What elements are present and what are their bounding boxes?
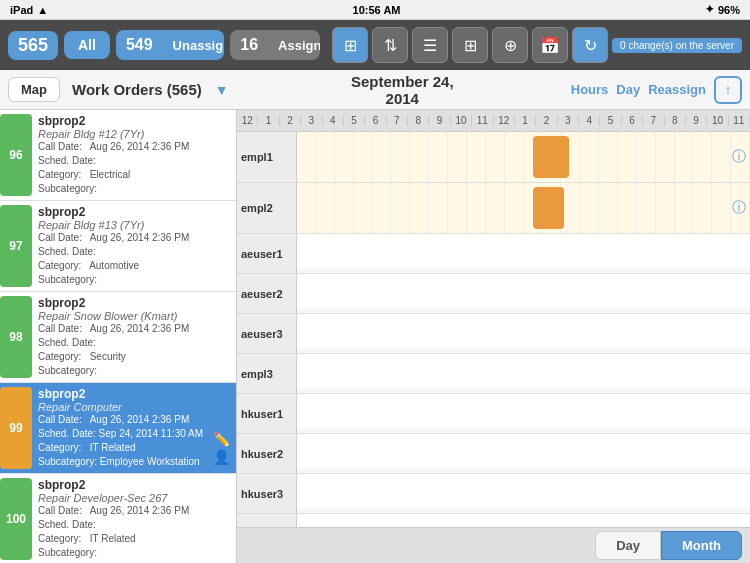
grid-view-button[interactable]: ⊞: [332, 27, 368, 63]
time-slot: 2: [280, 115, 301, 126]
wo-detail-97: Call Date: Aug 26, 2014 2:36 PM Sched. D…: [38, 231, 230, 287]
wo-detail-99: Call Date: Aug 26, 2014 2:36 PM Sched. D…: [38, 413, 213, 469]
resource-name-empl3: empl3: [237, 354, 297, 393]
add-button[interactable]: ⊞: [452, 27, 488, 63]
info-icon-empl1[interactable]: ⓘ: [732, 148, 746, 166]
timeline-aeuser1[interactable]: [297, 234, 750, 268]
timeline-aeuser2[interactable]: [297, 274, 750, 308]
reassign-button[interactable]: Reassign: [648, 82, 706, 97]
wo-subtitle-96: Repair Bldg #12 (7Yr): [38, 128, 230, 140]
schedule-body: empl1 ⓘ empl2 ⓘ aeuser1: [237, 132, 750, 527]
wo-title-100: sbprop2: [38, 478, 230, 492]
work-order-item-selected[interactable]: 99 sbprop2 Repair Computer Call Date: Au…: [0, 383, 236, 474]
hours-view-button[interactable]: Hours: [571, 82, 609, 97]
resource-row-empl3: empl3: [237, 354, 750, 394]
wo-subtitle-97: Repair Bldg #13 (7Yr): [38, 219, 230, 231]
unassigned-label: Unassigned: [163, 32, 225, 59]
wo-detail-98: Call Date: Aug 26, 2014 2:36 PM Sched. D…: [38, 322, 230, 378]
resource-name-hkuser1: hkuser1: [237, 394, 297, 433]
location-button[interactable]: ⊕: [492, 27, 528, 63]
work-order-item[interactable]: 97 sbprop2 Repair Bldg #13 (7Yr) Call Da…: [0, 201, 236, 292]
timeline-hkuser2[interactable]: [297, 434, 750, 468]
timeline-hkuser3[interactable]: [297, 474, 750, 508]
wo-info-96: sbprop2 Repair Bldg #12 (7Yr) Call Date:…: [38, 114, 230, 196]
time-display: 10:56 AM: [353, 4, 401, 16]
timeline-aeuser3[interactable]: [297, 314, 750, 348]
work-orders-title: Work Orders (565): [72, 81, 202, 98]
work-order-item[interactable]: 100 sbprop2 Repair Developer-Sec 267 Cal…: [0, 474, 236, 563]
work-orders-list: 96 sbprop2 Repair Bldg #12 (7Yr) Call Da…: [0, 110, 237, 563]
wo-number-98: 98: [0, 296, 32, 378]
wo-subtitle-99: Repair Computer: [38, 401, 213, 413]
time-header: 121234567891011121234567891011: [237, 110, 750, 132]
map-button[interactable]: Map: [8, 77, 60, 102]
wo-title-97: sbprop2: [38, 205, 230, 219]
wo-detail-100: Call Date: Aug 26, 2014 2:36 PM Sched. D…: [38, 504, 230, 560]
day-view-toggle[interactable]: Day: [595, 531, 661, 560]
toolbar-actions: ⊞ ⇅ ☰ ⊞ ⊕ 📅 ↻ 0 change(s) on the server: [332, 27, 742, 63]
server-message: 0 change(s) on the server: [612, 38, 742, 53]
total-count-badge[interactable]: 565: [8, 31, 58, 60]
battery-label: 96%: [718, 4, 740, 16]
bluetooth-icon: ✦: [705, 3, 714, 16]
date-label: September 24, 2014: [346, 73, 458, 107]
task-block-empl2[interactable]: [533, 187, 565, 229]
day-view-button[interactable]: Day: [616, 82, 640, 97]
main-toolbar: 565 All 549 Unassigned 16 Assigned ⊞ ⇅ ☰…: [0, 20, 750, 70]
time-slot: 12: [237, 115, 258, 126]
share-button[interactable]: ⇅: [372, 27, 408, 63]
wo-subtitle-98: Repair Snow Blower (Kmart): [38, 310, 230, 322]
time-slot: 9: [686, 115, 707, 126]
timeline-empl1[interactable]: ⓘ: [297, 132, 750, 182]
time-slot: 9: [429, 115, 450, 126]
wo-title-99: sbprop2: [38, 387, 213, 401]
wo-number-97: 97: [0, 205, 32, 287]
view-controls: Hours Day Reassign ↑: [571, 76, 742, 104]
status-bar-right: ✦ 96%: [705, 3, 740, 16]
wo-info-97: sbprop2 Repair Bldg #13 (7Yr) Call Date:…: [38, 205, 230, 287]
status-bar-left: iPad ▲: [10, 4, 48, 16]
edit-icon[interactable]: ✏️: [213, 431, 230, 447]
resource-row-hkuser2: hkuser2: [237, 434, 750, 474]
wo-number-96: 96: [0, 114, 32, 196]
timeline-empl3[interactable]: [297, 354, 750, 388]
time-slot: 8: [665, 115, 686, 126]
person-icon[interactable]: 👤: [213, 449, 230, 465]
unassigned-tab-group[interactable]: 549 Unassigned: [116, 30, 224, 60]
calendar-button[interactable]: 📅: [532, 27, 568, 63]
time-slot: 1: [515, 115, 536, 126]
timeline-empl2[interactable]: ⓘ: [297, 183, 750, 233]
time-slot: 3: [301, 115, 322, 126]
time-slot: 6: [622, 115, 643, 126]
resource-name-hkuser2: hkuser2: [237, 434, 297, 473]
resource-name-aeuser3: aeuser3: [237, 314, 297, 353]
resource-row-hkuser1: hkuser1: [237, 394, 750, 434]
wo-title-96: sbprop2: [38, 114, 230, 128]
filter-button[interactable]: ▼: [210, 78, 234, 102]
time-slot: 6: [365, 115, 386, 126]
time-slot: 5: [344, 115, 365, 126]
time-slot: 11: [472, 115, 493, 126]
month-view-toggle[interactable]: Month: [661, 531, 742, 560]
resource-row-aeuser3: aeuser3: [237, 314, 750, 354]
wifi-icon: ▲: [37, 4, 48, 16]
task-block-empl1[interactable]: [533, 136, 569, 178]
list-view-button[interactable]: ☰: [412, 27, 448, 63]
info-icon-empl2[interactable]: ⓘ: [732, 199, 746, 217]
export-button[interactable]: ↑: [714, 76, 742, 104]
wo-info-99: sbprop2 Repair Computer Call Date: Aug 2…: [38, 387, 213, 469]
refresh-button[interactable]: ↻: [572, 27, 608, 63]
timeline-manager[interactable]: [297, 514, 750, 527]
wo-detail-96: Call Date: Aug 26, 2014 2:36 PM Sched. D…: [38, 140, 230, 196]
all-tab[interactable]: All: [64, 31, 110, 59]
timeline-hkuser1[interactable]: [297, 394, 750, 428]
bottom-bar: Day Month: [237, 527, 750, 563]
assigned-tab-group[interactable]: 16 Assigned: [230, 30, 320, 60]
wo-title-98: sbprop2: [38, 296, 230, 310]
unassigned-count: 549: [116, 30, 163, 60]
work-order-item[interactable]: 98 sbprop2 Repair Snow Blower (Kmart) Ca…: [0, 292, 236, 383]
resource-row-aeuser2: aeuser2: [237, 274, 750, 314]
assigned-count: 16: [230, 30, 268, 60]
time-slot: 11: [729, 115, 750, 126]
work-order-item[interactable]: 96 sbprop2 Repair Bldg #12 (7Yr) Call Da…: [0, 110, 236, 201]
